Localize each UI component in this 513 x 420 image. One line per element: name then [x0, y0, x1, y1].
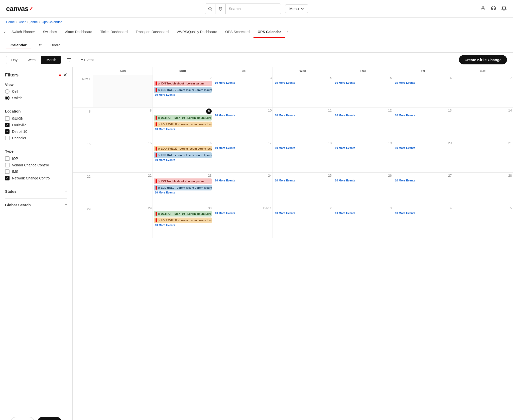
- apply-button[interactable]: Apply: [37, 417, 62, 420]
- type-network-change[interactable]: Network Change Control: [5, 176, 67, 180]
- location-detroit10[interactable]: Detroit 10: [5, 129, 67, 134]
- event-left-border: [156, 88, 157, 92]
- tab-vwrs-quality[interactable]: VWRS/Quality Dashboard: [173, 26, 221, 38]
- more-events[interactable]: 10 More Events: [394, 146, 452, 150]
- event-text: LEE HALL - Lorem Ipsum Lorem Ipsum Lorem…: [161, 186, 212, 189]
- fast-forward-icon[interactable]: »: [59, 72, 61, 78]
- more-events[interactable]: 10 More Events: [154, 93, 212, 97]
- tab-ticket-dashboard[interactable]: Ticket Dashboard: [96, 26, 132, 38]
- headset-icon[interactable]: [490, 5, 496, 12]
- close-icon[interactable]: ✕: [63, 72, 67, 78]
- tab-transport-dashboard[interactable]: Transport Dashboard: [132, 26, 173, 38]
- nav-next[interactable]: ›: [285, 27, 291, 38]
- globar-search-expand-icon[interactable]: +: [65, 202, 67, 207]
- more-events[interactable]: 10 More Events: [214, 146, 272, 150]
- more-events[interactable]: 10 More Events: [334, 146, 392, 150]
- checkbox-ims[interactable]: [5, 169, 10, 174]
- more-events[interactable]: 10 More Events: [214, 211, 272, 215]
- tab-ops-calendar[interactable]: OPS Calendar: [253, 26, 285, 38]
- checkbox-network-change[interactable]: [5, 176, 10, 180]
- header-wed: Wed: [273, 67, 333, 75]
- more-events[interactable]: 10 More Events: [154, 223, 212, 227]
- event-bar-3[interactable]: ◇ DETROIT_MTX_10 - Lorem Ipsum Lore Ipsu…: [154, 115, 212, 121]
- view-tab-board[interactable]: Board: [46, 41, 65, 49]
- more-events[interactable]: 10 More Events: [274, 81, 332, 85]
- tab-switches[interactable]: Switches: [39, 26, 61, 38]
- menu-button[interactable]: Menu: [285, 4, 308, 13]
- more-events[interactable]: 10 More Events: [154, 190, 212, 194]
- more-events[interactable]: 10 More Events: [274, 211, 332, 215]
- radio-switch[interactable]: Switch: [5, 96, 67, 100]
- type-collapse-icon[interactable]: −: [65, 149, 67, 154]
- radio-switch-button[interactable]: [5, 96, 10, 100]
- more-events[interactable]: 10 More Events: [214, 81, 272, 85]
- event-bar-9[interactable]: ◇ DETROIT_MTX_10 - Lorem Ipsum Lore Ipsu…: [154, 211, 212, 217]
- checkbox-guion[interactable]: [5, 116, 10, 121]
- more-events[interactable]: 10 More Events: [214, 178, 272, 182]
- month-button[interactable]: Month: [41, 56, 61, 64]
- checkbox-detroit10[interactable]: [5, 129, 10, 134]
- more-events[interactable]: 10 More Events: [334, 81, 392, 85]
- checkbox-vendor-change[interactable]: [5, 163, 10, 167]
- radio-cell[interactable]: Cell: [5, 89, 67, 94]
- event-bar-4[interactable]: ◇ LOUISVILLE - Lorem Ipsum Lorem Ipsum L…: [154, 122, 212, 127]
- more-events[interactable]: 10 More Events: [394, 211, 452, 215]
- day-num: 25: [274, 174, 332, 177]
- create-kirke-change-button[interactable]: Create Kirke Change: [459, 55, 507, 64]
- user-icon[interactable]: [480, 5, 486, 12]
- more-events[interactable]: 10 More Events: [394, 113, 452, 117]
- more-events[interactable]: 10 More Events: [334, 113, 392, 117]
- event-bar-2[interactable]: ◇ LEE HALL - Lorem Ipsum Lorem Ipsum Lor…: [154, 87, 212, 93]
- breadcrumb-home[interactable]: Home: [6, 20, 15, 24]
- checkbox-chandler[interactable]: [5, 136, 10, 140]
- breadcrumb-user[interactable]: User: [19, 20, 26, 24]
- tab-alarm-dashboard[interactable]: Alarm Dashboard: [61, 26, 96, 38]
- day-button[interactable]: Day: [6, 56, 23, 64]
- cell-wed-5: 2 10 More Events: [273, 205, 333, 238]
- event-bar-8[interactable]: ◇ LEE HALL - Lorem Ipsum Lorem Ipsum Lor…: [154, 185, 212, 190]
- event-bar-7[interactable]: ◇ ION Troubleshoot - Lorem Ipsum: [154, 178, 212, 184]
- more-events[interactable]: 10 More Events: [274, 146, 332, 150]
- add-event-button[interactable]: + Event: [77, 55, 97, 64]
- view-tab-calendar[interactable]: Calendar: [6, 41, 31, 49]
- location-collapse-icon[interactable]: −: [65, 109, 67, 114]
- week-label-1: Nov 1: [73, 75, 93, 108]
- checkbox-iop[interactable]: [5, 156, 10, 161]
- filter-button[interactable]: [64, 56, 74, 64]
- more-events[interactable]: 10 More Events: [274, 113, 332, 117]
- event-bar-1[interactable]: ◇ ION Troubleshoot - Lorem Ipsum: [154, 81, 212, 86]
- type-vendor-change[interactable]: Vendor Change Control: [5, 163, 67, 167]
- more-events[interactable]: 10 More Events: [274, 178, 332, 182]
- view-tab-list[interactable]: List: [31, 41, 46, 49]
- more-events[interactable]: 10 More Events: [334, 211, 392, 215]
- status-expand-icon[interactable]: +: [65, 189, 67, 194]
- more-events[interactable]: 10 More Events: [394, 81, 452, 85]
- day-num: 18: [274, 141, 332, 145]
- type-ims[interactable]: IMS: [5, 169, 67, 174]
- nav-prev[interactable]: ‹: [2, 27, 8, 38]
- more-events[interactable]: 10 More Events: [394, 178, 452, 182]
- type-iop[interactable]: IOP: [5, 156, 67, 161]
- tab-ops-scorecard[interactable]: OPS Scorecard: [221, 26, 253, 38]
- event-bar-6[interactable]: ◇ LEE HALL - Lorem Ipsum Lorem Ipsum Lor…: [154, 152, 212, 158]
- breadcrumb-johnc[interactable]: johnc: [30, 20, 38, 24]
- globe-button[interactable]: [215, 4, 226, 14]
- event-bar-10[interactable]: ◇ LOUISVILLE - Lorem Ipsum Lorem IpsumLo…: [154, 218, 212, 223]
- bell-icon[interactable]: [501, 5, 507, 12]
- search-icon-button[interactable]: [205, 4, 215, 14]
- location-chandler[interactable]: Chandler: [5, 136, 67, 140]
- more-events[interactable]: 10 More Events: [334, 178, 392, 182]
- diamond-icon: ◇: [158, 212, 160, 216]
- more-events[interactable]: 10 More Events: [154, 158, 212, 162]
- event-bar-5[interactable]: ◇ LOUISVILLE - Lorem Ipsum Lorem IpsumLo…: [154, 146, 212, 151]
- location-guion[interactable]: GUION: [5, 116, 67, 121]
- week-button[interactable]: Week: [23, 56, 42, 64]
- radio-cell-button[interactable]: [5, 89, 10, 94]
- checkbox-louisville[interactable]: [5, 123, 10, 127]
- more-events[interactable]: 10 More Events: [154, 127, 212, 131]
- more-events[interactable]: 10 More Events: [214, 113, 272, 117]
- tab-switch-planner[interactable]: Switch Planner: [8, 26, 39, 38]
- clear-button[interactable]: Clear: [11, 417, 34, 420]
- location-louisville[interactable]: Louisville: [5, 123, 67, 127]
- search-input[interactable]: [226, 4, 281, 14]
